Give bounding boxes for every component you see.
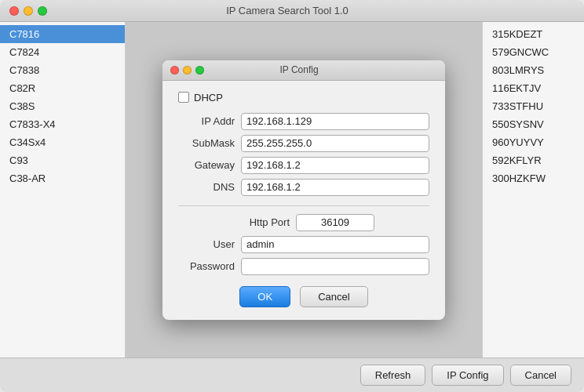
right-serial-list: 315KDEZT 579GNCWC 803LMRYS 116EKTJV 733S… bbox=[482, 22, 584, 358]
user-label: User bbox=[178, 238, 241, 250]
list-item[interactable]: 960YUYVY bbox=[483, 133, 584, 151]
list-item[interactable]: 315KDEZT bbox=[483, 25, 584, 43]
bottom-bar: Refresh IP Config Cancel bbox=[0, 358, 584, 392]
password-row: Password bbox=[178, 258, 429, 275]
gateway-input[interactable] bbox=[241, 157, 429, 174]
http-port-input[interactable] bbox=[296, 214, 374, 231]
user-input[interactable] bbox=[241, 236, 429, 253]
title-bar: IP Camera Search Tool 1.0 bbox=[0, 0, 584, 22]
list-item[interactable]: C93 bbox=[0, 151, 125, 169]
modal-cancel-button[interactable]: Cancel bbox=[300, 286, 367, 307]
dns-input[interactable] bbox=[241, 179, 429, 196]
modal-buttons: OK Cancel bbox=[178, 286, 429, 307]
list-item[interactable]: C38-AR bbox=[0, 169, 125, 187]
ip-config-modal: IP Config DHCP I bbox=[162, 60, 445, 320]
list-item[interactable]: C38S bbox=[0, 97, 125, 115]
modal-body: DHCP IP Addr SubMask bbox=[162, 81, 445, 320]
modal-title: IP Config bbox=[162, 64, 437, 75]
modal-titlebar: IP Config bbox=[162, 60, 445, 81]
password-label: Password bbox=[178, 260, 241, 272]
ip-config-button[interactable]: IP Config bbox=[432, 365, 503, 386]
list-item[interactable]: 803LMRYS bbox=[483, 61, 584, 79]
list-item[interactable]: C82R bbox=[0, 79, 125, 97]
http-port-label: Http Port bbox=[233, 216, 296, 228]
list-item[interactable]: 733STFHU bbox=[483, 97, 584, 115]
ip-fields-section: IP Addr SubMask Gateway bbox=[178, 113, 429, 196]
refresh-button[interactable]: Refresh bbox=[360, 365, 426, 386]
list-item[interactable]: C7824 bbox=[0, 43, 125, 61]
list-item[interactable]: C7838 bbox=[0, 61, 125, 79]
form-divider bbox=[178, 205, 429, 206]
gateway-row: Gateway bbox=[178, 157, 429, 174]
list-item[interactable]: 550SYSNV bbox=[483, 115, 584, 133]
ok-button[interactable]: OK bbox=[239, 286, 290, 307]
dhcp-label: DHCP bbox=[194, 92, 223, 103]
modal-overlay: IP Config DHCP I bbox=[126, 22, 482, 358]
ip-addr-label: IP Addr bbox=[178, 115, 241, 127]
ip-addr-row: IP Addr bbox=[178, 113, 429, 130]
list-item[interactable]: 116EKTJV bbox=[483, 79, 584, 97]
submask-input[interactable] bbox=[241, 135, 429, 152]
dhcp-checkbox[interactable] bbox=[178, 92, 189, 103]
content-area: C7816 C7824 C7838 C82R C38S C7833-X4 C34… bbox=[0, 22, 584, 358]
password-input[interactable] bbox=[241, 258, 429, 275]
gateway-label: Gateway bbox=[178, 159, 241, 171]
credentials-section: Http Port User Password bbox=[178, 214, 429, 275]
submask-label: SubMask bbox=[178, 137, 241, 149]
app-title: IP Camera Search Tool 1.0 bbox=[0, 5, 575, 16]
list-item[interactable]: C34Sx4 bbox=[0, 133, 125, 151]
list-item[interactable]: 579GNCWC bbox=[483, 43, 584, 61]
submask-row: SubMask bbox=[178, 135, 429, 152]
list-item[interactable]: 592KFLYR bbox=[483, 151, 584, 169]
ip-addr-input[interactable] bbox=[241, 113, 429, 130]
list-item[interactable]: 300HZKFW bbox=[483, 169, 584, 187]
user-row: User bbox=[178, 236, 429, 253]
center-area: IP Config DHCP I bbox=[126, 22, 482, 358]
dhcp-row: DHCP bbox=[178, 92, 429, 103]
main-window: IP Camera Search Tool 1.0 C7816 C7824 C7… bbox=[0, 0, 584, 392]
list-item[interactable]: C7833-X4 bbox=[0, 115, 125, 133]
cancel-button[interactable]: Cancel bbox=[510, 365, 571, 386]
http-port-row: Http Port bbox=[178, 214, 429, 231]
dns-row: DNS bbox=[178, 179, 429, 196]
dns-label: DNS bbox=[178, 181, 241, 193]
list-item[interactable]: C7816 bbox=[0, 25, 125, 43]
left-device-list: C7816 C7824 C7838 C82R C38S C7833-X4 C34… bbox=[0, 22, 126, 358]
